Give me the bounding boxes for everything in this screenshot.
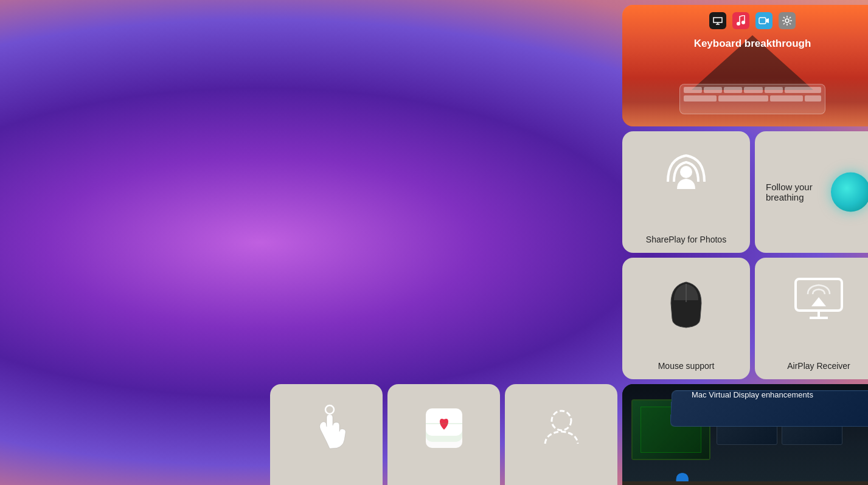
tile-airplay[interactable]: AirPlay Receiver xyxy=(755,258,868,379)
tile-follow-breathing[interactable]: Follow your breathing xyxy=(755,131,868,253)
svg-point-39 xyxy=(325,405,334,414)
svg-point-51 xyxy=(680,166,692,178)
tile-visionos[interactable]: visionOS xyxy=(270,131,617,379)
shareplay-label: SharePlay for Photos xyxy=(622,235,750,244)
svg-point-44 xyxy=(552,411,571,430)
keyboard-title: Keyboard breakthrough xyxy=(622,38,868,50)
tile-keyboard[interactable]: Keyboard breakthrough xyxy=(622,5,868,126)
mouse-support-label: Mouse support xyxy=(622,361,750,371)
svg-point-48 xyxy=(741,21,745,24)
app-icons-bar xyxy=(709,12,796,29)
breathing-text: Follow your breathing xyxy=(766,182,830,202)
airplay-label: AirPlay Receiver xyxy=(755,361,868,371)
svg-point-47 xyxy=(737,22,740,26)
tile-mac-virtual[interactable]: 👤 Mac Virtual Display enhancements xyxy=(622,384,868,485)
music-icon-small xyxy=(732,12,749,29)
tile-healthkit[interactable]: HealthKit xyxy=(387,384,500,485)
healthkit-icon xyxy=(417,402,471,457)
mouse-icon xyxy=(665,273,707,334)
guest-icon xyxy=(534,402,589,457)
keyboard-shape xyxy=(679,84,825,114)
svg-point-50 xyxy=(785,19,789,22)
svg-marker-54 xyxy=(811,297,826,306)
tile-shareplay[interactable]: SharePlay for Photos xyxy=(622,131,750,253)
tile-mouse-support[interactable]: Mouse support xyxy=(622,258,750,379)
airplay-icon xyxy=(788,273,849,331)
key-row-2 xyxy=(680,95,825,104)
visionos-bg xyxy=(270,131,617,379)
mac-virtual-label: Mac Virtual Display enhancements xyxy=(622,390,868,399)
shareplay-icon xyxy=(656,146,717,204)
apple-tv-icon xyxy=(709,12,726,29)
gesture-icon xyxy=(299,402,354,457)
tile-guest-user[interactable]: Recent Guest User xyxy=(505,384,617,485)
main-grid: 🧍 Create spatial photos Bora Bora Enviro… xyxy=(0,0,868,485)
settings-icon-small xyxy=(779,12,796,29)
floor xyxy=(622,481,868,485)
svg-rect-49 xyxy=(759,18,766,24)
breathing-orb xyxy=(831,173,868,212)
key-row-1 xyxy=(680,84,825,95)
facetime-icon xyxy=(755,12,773,29)
tile-new-gestures[interactable]: New gestures xyxy=(270,384,383,485)
